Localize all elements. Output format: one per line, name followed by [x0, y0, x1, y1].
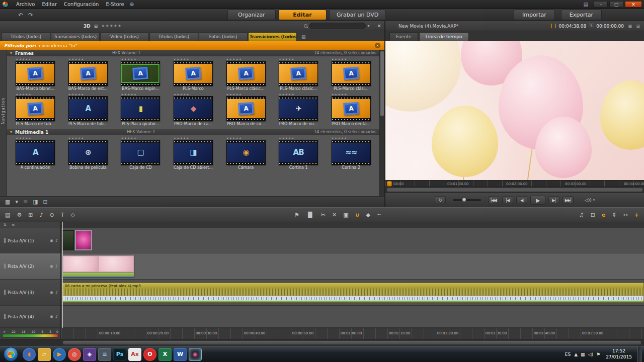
asset-rating-stars[interactable]: ★★★★★: [16, 136, 32, 140]
app-logo-icon[interactable]: [2, 1, 9, 8]
library-scrollbar[interactable]: [379, 50, 384, 196]
view-options-icon[interactable]: ▾: [15, 199, 18, 205]
video-enable-icon[interactable]: ◉: [50, 290, 53, 295]
asset-rating-stars[interactable]: ★★★★★: [16, 93, 32, 96]
search-options-icon[interactable]: ▾: [368, 24, 370, 28]
track-grip-icon[interactable]: ▐: [3, 290, 6, 295]
explorer-icon[interactable]: ▱: [38, 348, 51, 361]
mode-tab-organizar[interactable]: Organizar: [227, 10, 276, 20]
magnet-icon[interactable]: ∪: [355, 212, 360, 218]
start-button[interactable]: [4, 347, 18, 361]
track-options-icon[interactable]: ≡: [12, 223, 15, 227]
track-content[interactable]: [61, 228, 644, 253]
chrome-icon[interactable]: ◎: [68, 348, 81, 361]
library-asset[interactable]: ★★★★★ABCortina 1: [272, 136, 325, 171]
library-tab-4[interactable]: Fotos (todos): [199, 32, 248, 41]
preview-mode-icon[interactable]: ⊡: [591, 212, 595, 218]
track-lock-icon[interactable]: ⇅: [3, 223, 7, 227]
asset-rating-stars[interactable]: ★★★★★: [226, 136, 242, 140]
asset-rating-stars[interactable]: ★★★★★: [174, 93, 190, 96]
fullscreen-icon[interactable]: ⊞: [636, 24, 640, 29]
show-desktop-button[interactable]: [637, 346, 642, 362]
asset-rating-stars[interactable]: ★★★★★: [121, 93, 137, 96]
scrollbar-thumb[interactable]: [387, 188, 642, 192]
zoom-in-icon[interactable]: +: [634, 212, 639, 218]
preview-scrollbar[interactable]: [385, 187, 644, 193]
library-tab-5[interactable]: Transiciones (todos): [248, 32, 297, 41]
mode-tab-grabar-un-dvd[interactable]: Grabar un DVD: [329, 10, 386, 20]
razor-icon[interactable]: ✂: [321, 212, 326, 218]
scrollbar-thumb[interactable]: [62, 340, 641, 345]
library-asset[interactable]: ★★★★★▮PLS-Placa girator...: [114, 92, 167, 127]
library-asset[interactable]: ★★★★★APLS-Marco de tub...: [62, 92, 115, 127]
library-asset[interactable]: ★★★★★AA continuación: [9, 136, 62, 171]
marker-icon[interactable]: ⚑: [294, 212, 299, 218]
library-asset[interactable]: ★★★★★◨Caja de CD abiert...: [167, 136, 220, 171]
library-asset[interactable]: ★★★★★APLS-Marco clásic...: [272, 57, 325, 92]
library-asset[interactable]: ★★★★★⊛Bobina de película: [62, 136, 115, 171]
grid-view-icon[interactable]: ⊞: [94, 24, 98, 29]
pinnacle-hub-icon[interactable]: ◈: [83, 348, 96, 361]
minimize-button[interactable]: –: [594, 1, 608, 8]
delete-clip-icon[interactable]: ✕: [332, 212, 337, 218]
capture-device-icon[interactable]: ≡: [98, 348, 111, 361]
globe-icon[interactable]: ⊕: [130, 2, 134, 7]
tab-overflow-icon[interactable]: ▤: [301, 34, 306, 39]
library-asset[interactable]: ★★★★★APRO-Marco denta...: [325, 92, 377, 127]
axure-icon[interactable]: Ax: [128, 348, 141, 361]
library-asset[interactable]: ★★★★★◆PRO-Marco de ca...: [167, 92, 220, 127]
trim-mode-icon[interactable]: ▐▌: [306, 212, 314, 218]
audio-mixer-icon[interactable]: ♪: [40, 212, 43, 218]
media-player-icon[interactable]: ▶: [53, 348, 66, 361]
import-button[interactable]: Importar: [514, 10, 555, 20]
storyboard-toggle-icon[interactable]: ▤: [5, 212, 10, 218]
preview-scrubber[interactable]: [387, 181, 392, 187]
video-enable-icon[interactable]: ◉: [50, 238, 53, 243]
search-input[interactable]: [309, 23, 366, 29]
rating-filter-stars[interactable]: ★★★★★: [101, 24, 122, 28]
tab-fuente[interactable]: Fuente: [389, 32, 418, 41]
video-clip[interactable]: [62, 230, 74, 250]
close-button[interactable]: ✕: [625, 1, 642, 8]
library-tab-3[interactable]: Títulos (todos): [149, 32, 198, 41]
asset-rating-stars[interactable]: ★★★★★: [68, 136, 85, 140]
editor-mode-icon[interactable]: e: [602, 212, 605, 218]
opera-icon[interactable]: O: [143, 348, 156, 361]
title-editor-icon[interactable]: T: [61, 212, 64, 218]
video-clip[interactable]: [75, 230, 92, 250]
snapshot-icon[interactable]: ▣: [343, 212, 348, 218]
view-3d-toggle[interactable]: 3D: [84, 24, 91, 29]
filter-close-icon[interactable]: ✕: [375, 43, 380, 48]
track-content[interactable]: [61, 306, 644, 327]
firefox-icon[interactable]: ◖: [23, 348, 36, 361]
keyframe-icon[interactable]: ◆: [366, 212, 370, 218]
tab-linea-de-tiempo[interactable]: Línea de tiempo: [419, 32, 469, 41]
video-preview[interactable]: [385, 41, 644, 180]
audio-enable-icon[interactable]: ♪: [55, 238, 58, 243]
audio-volume-line[interactable]: [62, 301, 643, 302]
asset-rating-stars[interactable]: ★★★★★: [226, 57, 242, 61]
video-clip-balloons[interactable]: [62, 255, 134, 278]
asset-rating-stars[interactable]: ★★★★★: [331, 136, 347, 140]
library-asset[interactable]: ★★★★★ABAS-Marco bland...: [9, 57, 62, 92]
asset-rating-stars[interactable]: ★★★★★: [174, 136, 190, 140]
go-to-start-button[interactable]: |◀◀: [488, 196, 499, 204]
library-asset[interactable]: ★★★★★APRO-Marco de co...: [219, 92, 272, 127]
timeline-scrollbar[interactable]: [0, 339, 644, 346]
pip-icon[interactable]: ◇: [70, 212, 74, 218]
preview-ruler[interactable]: 00:0000:01:00.0000:02:00.0000:03:00.0000…: [385, 180, 644, 187]
track-header[interactable]: ▐ Pista A/V (1) ◉ ♪: [0, 228, 61, 253]
thumbnail-view-icon[interactable]: ▦: [5, 199, 10, 205]
info-pane-icon[interactable]: ◨: [33, 199, 38, 205]
settings-icon[interactable]: ⚙: [17, 212, 22, 218]
clock[interactable]: 17:52 27/01/2015: [606, 348, 632, 360]
panel-close-icon[interactable]: ✕: [377, 23, 381, 29]
timeline-ruler[interactable]: 00:00:10.0000:00:20.0000:00:30.0000:00:4…: [61, 328, 644, 339]
library-asset[interactable]: ★★★★★◉Cámara: [219, 136, 272, 171]
restore-button[interactable]: ▢: [609, 1, 623, 8]
track-content[interactable]: 06 carta a mi princesa (feat alex s).mp3: [61, 280, 644, 305]
library-asset[interactable]: ★★★★★APLS-Marco clásic...: [219, 57, 272, 92]
audio-enable-icon[interactable]: ♪: [55, 264, 58, 268]
asset-rating-stars[interactable]: ★★★★★: [226, 93, 242, 96]
asset-rating-stars[interactable]: ★★★★★: [121, 57, 137, 61]
